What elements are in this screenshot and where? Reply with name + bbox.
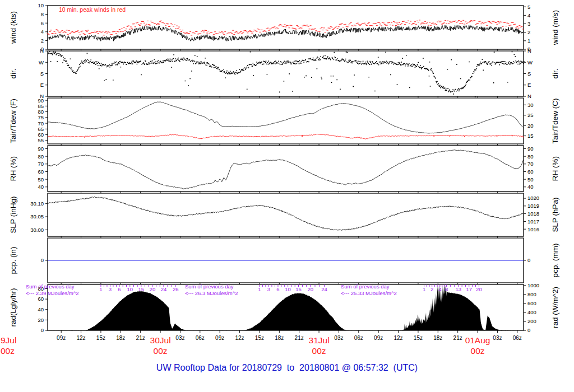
y-tick-label: 40 bbox=[527, 184, 534, 190]
series-tair bbox=[48, 102, 524, 133]
x-hour-label: 09z bbox=[57, 335, 66, 341]
y-tick-label: 1018 bbox=[527, 211, 539, 217]
y-tick-label: 4 bbox=[527, 12, 530, 18]
y-tick-label: 60 bbox=[527, 169, 534, 175]
cum-label: 15 bbox=[295, 286, 302, 292]
y-tick-label: 50 bbox=[38, 176, 44, 183]
y-tick-label: 5 bbox=[527, 4, 530, 10]
y-tick-label: 50 bbox=[527, 176, 534, 183]
y-tick-label: 25 bbox=[527, 112, 534, 118]
y-tick-label: 1017 bbox=[527, 218, 539, 225]
axis-title-right: rad (W/m^2) bbox=[551, 287, 559, 328]
x-hour-label: 18z bbox=[433, 335, 442, 341]
y-tick-label: E bbox=[40, 82, 44, 88]
cum-label: 3 bbox=[267, 286, 270, 292]
y-tick-label: 1016 bbox=[527, 226, 539, 232]
x-date-label: 30Jul bbox=[150, 335, 171, 345]
panel-rad: 80604020010008006004002000rad(Lgly/hr)ra… bbox=[9, 282, 559, 333]
y-tick-label: N bbox=[527, 48, 531, 54]
panel-wind: 1086420543210wind (kts)wind (m/s)10 min.… bbox=[9, 2, 559, 52]
x-date-label-clipped: 00z bbox=[1, 346, 15, 356]
cum-label: 20 bbox=[150, 286, 156, 292]
cum-label: 8 bbox=[445, 286, 448, 292]
axis-title-left: dir. bbox=[9, 68, 17, 78]
panel-frame bbox=[48, 146, 524, 192]
cum-label: 4 bbox=[438, 286, 441, 292]
panel-slp: 30.1030.0530.0010201019101810171016SLP (… bbox=[9, 193, 559, 238]
y-tick-label: 40 bbox=[38, 306, 44, 312]
x-hour-label: 09z bbox=[374, 335, 383, 341]
axis-title-left: rad(Lgly/hr) bbox=[9, 288, 17, 326]
x-hour-label: 12z bbox=[76, 335, 85, 341]
y-tick-label: S bbox=[527, 71, 531, 77]
series-wind-peak-10min bbox=[47, 20, 524, 35]
x-date-label: 00z bbox=[312, 346, 326, 356]
y-tick-label: 90 bbox=[527, 146, 534, 152]
x-hour-label: 21z bbox=[136, 335, 145, 341]
cum-label: 24 bbox=[321, 286, 327, 292]
panel-frame bbox=[48, 51, 524, 96]
x-hour-label: 03z bbox=[334, 335, 343, 341]
sum-annotation: Sum of previous day bbox=[341, 283, 390, 290]
y-tick-label: W bbox=[39, 59, 44, 66]
panel-dir: NWSENNWSENdir.dir. bbox=[9, 48, 559, 99]
y-tick-label: 0 bbox=[41, 257, 44, 263]
y-tick-label: 4 bbox=[41, 29, 44, 35]
y-tick-label: 2 bbox=[41, 38, 44, 44]
cum-label: 20 bbox=[476, 286, 482, 292]
x-hour-label: 18z bbox=[116, 335, 125, 341]
y-tick-label: 8 bbox=[41, 11, 44, 17]
y-tick-label: W bbox=[527, 59, 533, 66]
cum-label: 1 bbox=[99, 286, 102, 292]
x-hour-label: 15z bbox=[96, 335, 105, 341]
y-tick-label: 2 bbox=[527, 29, 530, 35]
y-tick-label: N bbox=[40, 48, 44, 54]
y-tick-label: 80 bbox=[38, 153, 44, 160]
meteogram-figure: 1086420543210wind (kts)wind (m/s)10 min.… bbox=[0, 0, 574, 392]
x-hour-label: 06z bbox=[513, 335, 522, 341]
y-tick-label: 400 bbox=[527, 309, 536, 315]
panel-frame bbox=[48, 193, 524, 236]
y-tick-label: 200 bbox=[527, 318, 536, 324]
cum-label: 17 bbox=[466, 286, 472, 292]
axis-title-left: pcp. (in) bbox=[9, 247, 17, 274]
x-date-label: 31Jul bbox=[309, 335, 330, 345]
sum-annotation: <--- 26.3 MJoules/m^2 bbox=[185, 290, 238, 296]
x-hour-label: 21z bbox=[453, 335, 462, 341]
y-tick-label: 30 bbox=[527, 102, 534, 108]
y-tick-label: 20 bbox=[38, 317, 44, 323]
y-tick-label: 55 bbox=[38, 137, 44, 143]
y-tick-label: 3 bbox=[527, 21, 530, 27]
x-date-label: 00z bbox=[154, 346, 168, 356]
y-tick-label: 0 bbox=[41, 327, 44, 333]
axis-title-right: dir. bbox=[551, 68, 559, 78]
y-tick-label: 40 bbox=[38, 184, 44, 190]
y-tick-label: 60 bbox=[38, 296, 44, 302]
cum-label: 13 bbox=[456, 286, 462, 292]
y-tick-label: 20 bbox=[527, 123, 534, 129]
x-hour-label: 15z bbox=[414, 335, 423, 341]
y-tick-label: 90 bbox=[38, 146, 44, 152]
x-date-label: 00z bbox=[471, 346, 485, 356]
x-hour-label: 06z bbox=[196, 335, 205, 341]
x-hour-label: 12z bbox=[235, 335, 244, 341]
x-hour-label: 06z bbox=[354, 335, 363, 341]
y-tick-label: 1 bbox=[527, 38, 530, 44]
cum-label: 10 bbox=[285, 286, 291, 292]
y-tick-label: 600 bbox=[527, 300, 536, 306]
cum-label: 6 bbox=[276, 286, 279, 292]
figure-title: UW Rooftop Data for 20180729 to 20180801… bbox=[0, 363, 574, 373]
x-hour-label: 03z bbox=[175, 335, 184, 341]
cum-label: 2 bbox=[430, 286, 433, 292]
y-tick-label: 800 bbox=[527, 291, 536, 297]
y-tick-label: 0 bbox=[527, 257, 530, 263]
cum-label: 10 bbox=[127, 286, 133, 292]
y-tick-label: E bbox=[527, 82, 531, 88]
x-hour-label: 12z bbox=[394, 335, 402, 341]
axis-title-left: wind (kts) bbox=[9, 11, 17, 44]
y-tick-label: 30.05 bbox=[30, 213, 44, 220]
y-tick-label: 60 bbox=[38, 169, 44, 175]
series-rh bbox=[48, 150, 524, 189]
x-hour-label: 09z bbox=[215, 335, 224, 341]
sum-annotation: Sum of previous day bbox=[26, 283, 75, 290]
